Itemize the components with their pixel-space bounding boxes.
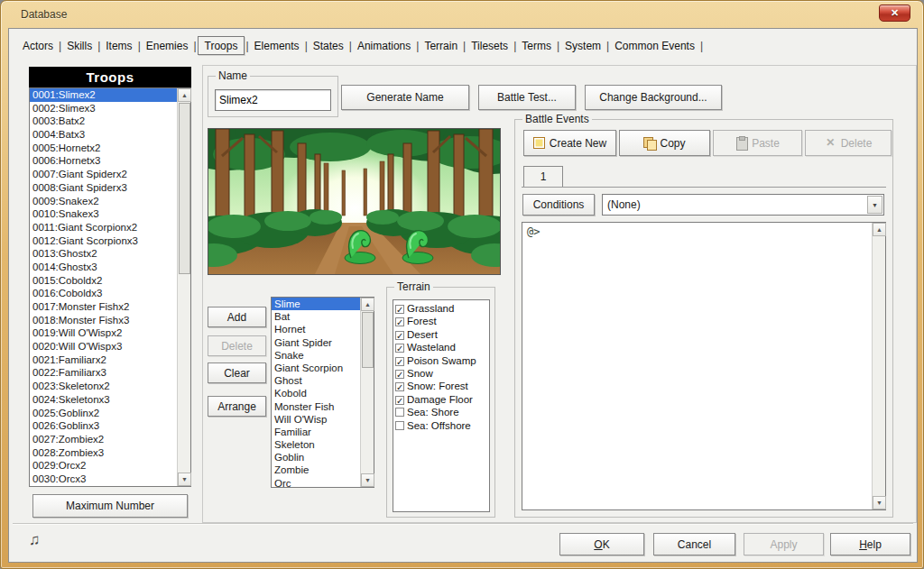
enemy-listbox[interactable]: SlimeBatHornetGiant SpiderSnakeGiant Sco…	[271, 297, 374, 488]
enemy-list-item[interactable]: Ghost	[272, 374, 360, 387]
enemy-list-item[interactable]: Hornet	[272, 323, 360, 335]
battle-test-button[interactable]: Battle Test...	[478, 85, 576, 110]
enemy-list-item[interactable]: Kobold	[272, 387, 360, 399]
troops-list-item[interactable]: 0003:Batx2	[30, 115, 177, 128]
tab-common-events[interactable]: Common Events	[610, 36, 699, 55]
help-button[interactable]: Help	[830, 533, 910, 555]
enemy-list-item[interactable]: Will O'Wisp	[272, 413, 360, 426]
enemy-list-item[interactable]: Giant Spider	[272, 336, 360, 349]
terrain-option[interactable]: ✓Desert	[395, 328, 489, 341]
enemy-list-item[interactable]: Familiar	[272, 426, 360, 438]
enemy-list-item[interactable]: Goblin	[272, 451, 360, 463]
terrain-option[interactable]: ✓Forest	[395, 315, 489, 327]
troops-list-item[interactable]: 0015:Coboldx2	[30, 274, 177, 288]
troops-list-item[interactable]: 0004:Batx3	[30, 128, 177, 142]
troops-list-item[interactable]: 0020:Will O'Wispx3	[30, 340, 177, 353]
terrain-option[interactable]: ✓Poison Swamp	[395, 354, 489, 367]
tab-terrain[interactable]: Terrain	[420, 36, 462, 55]
event-command-list[interactable]: @> ▲ ▼	[522, 222, 886, 510]
delete-member-button[interactable]: Delete	[208, 335, 266, 356]
troops-list-item[interactable]: 0014:Ghostx3	[30, 261, 177, 274]
troops-list-item[interactable]: 0030:Orcx3	[30, 473, 177, 486]
event-scrollbar[interactable]: ▲ ▼	[872, 223, 885, 509]
troops-list-item[interactable]: 0026:Goblinx3	[30, 419, 177, 433]
terrain-option[interactable]: Sea: Offshore	[395, 419, 489, 432]
troops-list-item[interactable]: 0017:Monster Fishx2	[30, 300, 177, 314]
paste-button[interactable]: Paste	[713, 130, 802, 156]
clear-members-button[interactable]: Clear	[208, 363, 266, 383]
troops-list-item[interactable]: 0028:Zombiex3	[30, 446, 177, 460]
delete-event-button[interactable]: ✕ Delete	[805, 130, 892, 156]
enemy-list-item[interactable]: Bat	[272, 310, 360, 323]
terrain-option[interactable]: ✓Grassland	[395, 302, 489, 315]
cancel-button[interactable]: Cancel	[653, 533, 735, 555]
ok-button[interactable]: OK	[559, 533, 644, 555]
troops-list-item[interactable]: 0024:Skeletonx3	[30, 393, 177, 407]
chevron-down-icon[interactable]: ▼	[867, 196, 882, 214]
enemy-list-item[interactable]: Giant Scorpion	[272, 362, 360, 374]
troops-list-item[interactable]: 0023:Skeletonx2	[30, 380, 177, 393]
troops-scrollbar[interactable]: ▲ ▼	[177, 88, 190, 486]
scroll-up-icon[interactable]: ▲	[361, 298, 374, 311]
troops-list-item[interactable]: 0027:Zombiex2	[30, 433, 177, 446]
tab-tilesets[interactable]: Tilesets	[467, 36, 513, 55]
event-command-prompt[interactable]: @>	[522, 223, 872, 238]
troops-list-item[interactable]: 0016:Coboldx3	[30, 287, 177, 300]
troops-list-item[interactable]: 0012:Giant Scorpionx3	[30, 234, 177, 248]
enemy-list-item[interactable]: Orc	[272, 477, 360, 487]
tab-items[interactable]: Items	[101, 36, 136, 55]
tab-system[interactable]: System	[560, 36, 605, 55]
change-background-button[interactable]: Change Background...	[585, 85, 722, 110]
tab-actors[interactable]: Actors	[18, 36, 58, 55]
troops-list-item[interactable]: 0029:Orcx2	[30, 459, 177, 473]
troops-list-item[interactable]: 0013:Ghostx2	[30, 247, 177, 261]
tab-skills[interactable]: Skills	[62, 36, 97, 55]
troops-list-item[interactable]: 0021:Familiarx2	[30, 353, 177, 367]
troops-list-item[interactable]: 0019:Will O'Wispx2	[30, 326, 177, 340]
scroll-up-icon[interactable]: ▲	[178, 88, 191, 102]
terrain-option[interactable]: ✓Damage Floor	[395, 393, 489, 406]
enemy-list-item[interactable]: Slime	[272, 298, 360, 310]
troops-list-item[interactable]: 0001:Slimex2	[30, 88, 177, 102]
enemy-scrollbar[interactable]: ▲ ▼	[360, 298, 374, 487]
enemy-list-item[interactable]: Snake	[272, 349, 360, 362]
tab-troops[interactable]: Troops	[198, 36, 245, 55]
troops-list-item[interactable]: 0007:Giant Spiderx2	[30, 168, 177, 181]
close-button[interactable]: ✕	[879, 5, 910, 22]
troops-list-item[interactable]: 0005:Hornetx2	[30, 142, 177, 155]
scroll-down-icon[interactable]: ▼	[361, 473, 374, 487]
tab-animations[interactable]: Animations	[353, 36, 415, 55]
troop-name-input[interactable]	[215, 89, 331, 111]
apply-button[interactable]: Apply	[744, 533, 824, 555]
scrollbar-thumb[interactable]	[362, 312, 374, 368]
troops-list-item[interactable]: 0010:Snakex3	[30, 207, 177, 221]
scroll-down-icon[interactable]: ▼	[873, 496, 886, 509]
create-new-button[interactable]: Create New	[523, 130, 616, 156]
scrollbar-thumb[interactable]	[179, 103, 190, 274]
tab-enemies[interactable]: Enemies	[142, 36, 193, 55]
scroll-down-icon[interactable]: ▼	[178, 473, 191, 486]
enemy-list-item[interactable]: Monster Fish	[272, 400, 360, 413]
conditions-combobox[interactable]: (None) ▼	[602, 194, 884, 216]
tab-states[interactable]: States	[309, 36, 348, 55]
tab-terms[interactable]: Terms	[517, 36, 556, 55]
troops-list-item[interactable]: 0002:Slimex3	[30, 102, 177, 115]
terrain-option[interactable]: ✓Snow	[395, 367, 489, 380]
titlebar[interactable]: Database ✕	[1, 1, 923, 28]
troops-list-item[interactable]: 0011:Giant Scorpionx2	[30, 221, 177, 234]
troops-list-item[interactable]: 0025:Goblinx2	[30, 407, 177, 420]
arrange-members-button[interactable]: Arrange	[208, 396, 266, 417]
troops-list-item[interactable]: 0008:Giant Spiderx3	[30, 181, 177, 195]
troops-listbox[interactable]: 0001:Slimex20002:Slimex30003:Batx20004:B…	[29, 87, 191, 487]
enemy-list-item[interactable]: Skeleton	[272, 438, 360, 451]
add-member-button[interactable]: Add	[208, 307, 266, 327]
conditions-button[interactable]: Conditions	[522, 194, 595, 216]
terrain-option[interactable]: ✓Wasteland	[395, 341, 489, 353]
terrain-option[interactable]: Sea: Shore	[395, 406, 489, 418]
terrain-option[interactable]: ✓Snow: Forest	[395, 380, 489, 392]
generate-name-button[interactable]: Generate Name	[341, 85, 469, 110]
copy-button[interactable]: Copy	[619, 130, 710, 156]
maximum-number-button[interactable]: Maximum Number	[32, 494, 188, 518]
enemy-list-item[interactable]: Zombie	[272, 463, 360, 476]
troops-list-item[interactable]: 0018:Monster Fishx3	[30, 314, 177, 327]
